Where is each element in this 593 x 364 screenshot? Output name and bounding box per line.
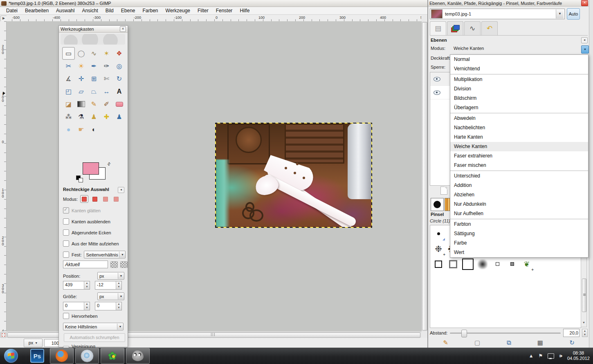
new-brush-icon[interactable]: ▢ — [474, 339, 480, 346]
brush-vine[interactable]: ❦+ — [519, 256, 534, 272]
mode-option-abwedeln[interactable]: Abwedeln — [450, 114, 588, 123]
mode-option-division[interactable]: Division — [450, 84, 588, 94]
visibility-eye-icon[interactable] — [434, 77, 440, 81]
tray-expand-icon[interactable]: ▲ — [529, 353, 534, 359]
menu-werkzeuge[interactable]: Werkzeuge — [162, 7, 194, 14]
tool-clone[interactable]: ♟ — [88, 110, 100, 123]
refresh-brushes-icon[interactable]: ↻ — [569, 339, 575, 346]
tool-smudge[interactable]: ☛ — [75, 123, 88, 136]
tool-scale[interactable]: ◰ — [62, 85, 75, 98]
mode-option-nur-aufhellen[interactable]: Nur Aufhellen — [450, 209, 588, 218]
delete-brush-icon[interactable]: ▦ — [537, 339, 543, 346]
mode-option-abziehen[interactable]: Abziehen — [450, 190, 588, 200]
vertical-scrollbar-thumb[interactable] — [422, 22, 427, 330]
mode-option-wert[interactable]: Wert — [450, 248, 588, 257]
vertical-scrollbar[interactable] — [421, 21, 427, 331]
tool-airbrush[interactable]: ⁂ — [62, 110, 75, 123]
action-center-flag-icon[interactable]: ⚑ — [539, 353, 543, 359]
start-button[interactable] — [4, 349, 18, 363]
mode-option-farbe[interactable]: Farbe — [450, 238, 588, 248]
fixed-aspect-dropdown[interactable]: Seitenverhältnis ▼ — [84, 251, 126, 258]
spinner-arrows-icon[interactable]: ▲▼ — [84, 281, 90, 289]
menu-ansicht[interactable]: Ansicht — [78, 7, 101, 14]
taskbar-clock[interactable]: 08:38 04.05.2012 — [567, 351, 590, 361]
spinner-arrows-icon[interactable]: ▲▼ — [84, 302, 90, 310]
menu-fenster[interactable]: Fenster — [212, 7, 236, 14]
mode-value[interactable]: Weiche Kanten — [454, 46, 484, 51]
network-icon[interactable] — [548, 353, 554, 359]
taskbar-safari[interactable] — [75, 348, 99, 364]
brush-dot[interactable] — [431, 226, 446, 241]
volume-icon[interactable]: 🕪 — [559, 353, 562, 359]
brush-scrollbar-thumb[interactable] — [582, 279, 586, 312]
brush-square-tiny[interactable] — [490, 256, 505, 272]
spacing-slider-thumb[interactable] — [461, 330, 467, 337]
tab-paths[interactable]: ∿ — [464, 21, 481, 35]
menu-filter[interactable]: Filter — [194, 7, 212, 14]
tool-ink[interactable]: ⚗ — [75, 110, 88, 123]
menu-bild[interactable]: Bild — [102, 7, 117, 14]
spacing-slider[interactable] — [450, 333, 561, 334]
expand-from-center-checkbox[interactable] — [63, 240, 69, 247]
spinner-arrows-icon[interactable]: ▲▼ — [116, 302, 121, 310]
menu-farben[interactable]: Farben — [139, 7, 162, 14]
brush-square-soft-small[interactable] — [446, 256, 460, 272]
mode-option-multiplikation[interactable]: Multiplikation — [450, 75, 588, 84]
collapse-panel-icon[interactable]: ◂ — [118, 187, 124, 193]
swap-colors-icon[interactable]: ⇄ — [106, 161, 112, 167]
tool-zoom[interactable]: ◎ — [113, 60, 126, 72]
rounded-corners-checkbox[interactable] — [63, 229, 69, 236]
guides-dropdown[interactable]: Keine Hilfslinien ▼ — [63, 323, 124, 330]
tab-channels[interactable] — [447, 21, 463, 35]
visibility-eye-icon[interactable] — [434, 90, 440, 95]
tab-undo-history[interactable]: ↶ — [481, 21, 498, 35]
menu-auswahl[interactable]: Auswahl — [52, 7, 78, 14]
fixed-checkbox[interactable] — [63, 252, 69, 258]
tool-pencil[interactable]: ✎ — [88, 98, 100, 110]
brush-splatter[interactable]: ❉+ — [431, 241, 446, 256]
size-width-spinner[interactable]: 0 ▲▼ — [63, 302, 90, 310]
brush-square-soft-large[interactable] — [475, 256, 490, 272]
tool-move[interactable]: ✛ — [75, 72, 88, 85]
highlight-checkbox[interactable] — [63, 313, 69, 319]
menu-datei[interactable]: Datei — [2, 7, 21, 14]
mode-option-vernichtend[interactable]: Vernichtend — [450, 64, 588, 74]
tool-paths[interactable]: ✒ — [88, 60, 100, 72]
vertical-ruler[interactable]: 2001000100200300400 — [0, 21, 7, 331]
select-mode-subtract[interactable] — [101, 195, 110, 203]
tool-align[interactable]: ⊞ — [88, 72, 100, 85]
tool-gradient[interactable] — [75, 98, 88, 110]
mode-option-normal[interactable]: Normal — [450, 55, 588, 64]
portrait-orientation-button[interactable] — [110, 261, 118, 268]
title-bar[interactable]: *temp03.jpg-1.0 (RGB, 2 Ebenen) 380x253 … — [0, 0, 427, 7]
mode-option-faser-extrahieren[interactable]: Faser extrahieren — [450, 151, 588, 161]
size-unit-dropdown[interactable]: px ▼ — [97, 292, 124, 300]
position-unit-dropdown[interactable]: px ▼ — [97, 272, 124, 280]
mode-option-addition[interactable]: Addition — [450, 181, 588, 190]
mode-option-sättigung[interactable]: Sättigung — [450, 229, 588, 238]
menu-bearbeiten[interactable]: Bearbeiten — [21, 7, 52, 14]
brush-square-tiny-filled[interactable] — [505, 256, 519, 272]
mode-option-weiche-kanten[interactable]: Weiche Kanten — [450, 142, 588, 151]
tool-rectangle-select[interactable]: ▭ — [62, 47, 75, 60]
image-combo[interactable]: temp03.jpg-1 ▼ — [430, 9, 565, 19]
mode-option-farbton[interactable]: Farbton — [450, 220, 588, 229]
tool-dodge-burn[interactable]: ◐ — [88, 123, 100, 136]
toolbox-title-bar[interactable]: Werkzeugkasten ✕ — [59, 26, 128, 33]
spinner-arrows-icon[interactable]: ▲▼ — [582, 329, 588, 337]
tool-scissors-select[interactable]: ✂ — [62, 60, 75, 72]
mode-option-harte-kanten[interactable]: Harte Kanten — [450, 133, 588, 142]
tool-select-by-color[interactable]: ❖ — [113, 47, 126, 60]
auto-follow-button[interactable]: Auto — [567, 8, 580, 20]
collapse-panel-icon[interactable]: ◂ — [581, 37, 588, 43]
select-mode-intersect[interactable] — [112, 195, 120, 203]
zoom-level-field[interactable]: 100 — [44, 339, 61, 347]
aspect-ratio-input[interactable]: Aktuell — [63, 261, 108, 268]
tool-blur-sharpen[interactable]: ● — [62, 123, 75, 136]
ruler-origin-button[interactable]: ▶ — [0, 16, 7, 22]
tool-perspective[interactable]: ⏢ — [88, 85, 100, 98]
close-icon[interactable]: ✕ — [120, 26, 126, 32]
taskbar-firefox[interactable] — [50, 348, 74, 364]
brush-square-outline[interactable] — [431, 256, 446, 272]
mode-option-überlagern[interactable]: Überlagern — [450, 103, 588, 112]
